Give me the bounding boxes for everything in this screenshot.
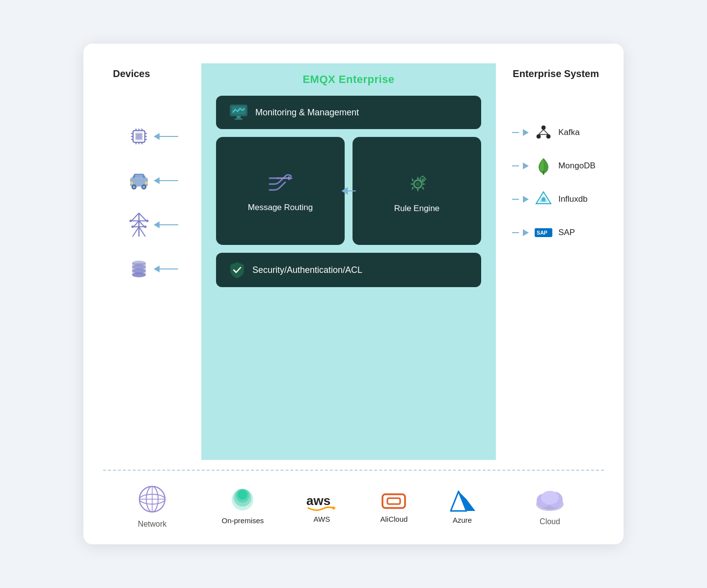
- svg-point-42: [132, 272, 146, 277]
- enterprise-items-list: Kafka MongoDB: [504, 124, 596, 241]
- deploy-aws: aws AWS: [304, 490, 339, 523]
- middle-arrow: [342, 187, 356, 195]
- svg-point-52: [422, 178, 424, 180]
- svg-line-24: [132, 213, 139, 221]
- chip-icon: [126, 124, 152, 149]
- rule-engine-label: Rule Engine: [394, 204, 440, 214]
- security-bar: Security/Authentication/ACL: [216, 253, 481, 287]
- car-icon: [126, 168, 152, 193]
- svg-line-31: [139, 227, 145, 237]
- aws-icon: aws: [304, 490, 339, 512]
- device-row-tower: [126, 212, 178, 238]
- emqx-middle-row: Message Routing: [216, 137, 481, 245]
- svg-point-32: [130, 220, 132, 222]
- svg-rect-22: [145, 182, 148, 184]
- device-row-car: [126, 168, 178, 193]
- svg-marker-81: [459, 491, 475, 511]
- devices-column: Devices: [103, 63, 201, 460]
- diagram-wrapper: Devices: [83, 44, 624, 544]
- monitoring-bar: Monitoring & Management: [216, 96, 481, 129]
- influxdb-icon: [535, 190, 552, 208]
- emqx-inner: Monitoring & Management: [216, 96, 481, 287]
- tower-icon: [126, 212, 152, 238]
- arrow-server: [154, 266, 178, 272]
- message-routing-label: Message Routing: [248, 203, 313, 213]
- svg-rect-59: [543, 171, 544, 175]
- svg-rect-77: [382, 494, 405, 508]
- bottom-network: Network: [103, 484, 201, 529]
- svg-line-28: [139, 221, 144, 227]
- alicloud-icon: [380, 490, 408, 512]
- svg-rect-45: [237, 116, 241, 118]
- routing-icon: [268, 174, 293, 194]
- cloud-label: Cloud: [540, 517, 560, 526]
- svg-rect-20: [135, 175, 143, 179]
- azure-label: Azure: [453, 516, 472, 524]
- bottom-cloud: Cloud: [496, 487, 604, 526]
- server-icon: [126, 256, 152, 282]
- svg-line-57: [544, 130, 548, 134]
- enterprise-column: Enterprise System: [496, 63, 604, 460]
- svg-point-55: [546, 134, 550, 138]
- mongodb-label: MongoDB: [558, 161, 596, 171]
- svg-point-17: [133, 186, 136, 188]
- arrow-tower: [154, 221, 178, 228]
- security-label: Security/Authentication/ACL: [252, 265, 362, 275]
- svg-point-74: [238, 490, 247, 500]
- sap-label: SAP: [558, 228, 575, 238]
- kafka-label: Kafka: [558, 128, 579, 137]
- enterprise-item-mongodb: MongoDB: [512, 157, 596, 175]
- network-icon: [137, 484, 167, 514]
- svg-rect-2: [136, 134, 142, 139]
- cloud-icon: [533, 487, 567, 511]
- svg-point-19: [142, 186, 145, 188]
- main-area: Devices: [103, 63, 604, 460]
- device-row-server: [126, 256, 178, 282]
- alicloud-label: AliCloud: [381, 515, 408, 523]
- bottom-row: Network On-premises: [103, 470, 604, 544]
- message-routing-box: Message Routing: [216, 137, 345, 245]
- rule-engine-icon: [405, 173, 429, 195]
- svg-text:aws: aws: [306, 493, 330, 508]
- device-icons-list: [126, 124, 178, 282]
- svg-point-34: [132, 226, 134, 228]
- svg-point-53: [542, 126, 545, 130]
- svg-text:SAP: SAP: [537, 230, 547, 236]
- aws-label: AWS: [314, 515, 330, 523]
- mongodb-icon: [535, 157, 552, 175]
- svg-rect-46: [235, 118, 243, 120]
- device-row-chip: [126, 124, 178, 149]
- svg-point-33: [146, 220, 149, 222]
- svg-line-27: [134, 221, 139, 227]
- rule-engine-box: Rule Engine: [353, 137, 481, 245]
- enterprise-item-kafka: Kafka: [512, 124, 579, 141]
- bottom-center-deployments: On-premises aws AWS: [201, 489, 496, 525]
- enterprise-item-influxdb: Influxdb: [512, 190, 588, 208]
- svg-line-56: [539, 130, 544, 134]
- deploy-alicloud: AliCloud: [380, 490, 408, 523]
- deploy-on-premises: On-premises: [222, 489, 264, 525]
- enterprise-item-sap: SAP SAP: [512, 224, 575, 241]
- on-premises-label: On-premises: [222, 516, 264, 525]
- kafka-icon: [535, 124, 552, 141]
- svg-rect-78: [387, 498, 400, 504]
- svg-line-30: [133, 227, 139, 237]
- monitor-icon: [230, 105, 247, 120]
- svg-marker-76: [333, 506, 336, 510]
- on-premises-icon: [228, 489, 257, 513]
- deploy-azure: Azure: [449, 489, 475, 524]
- emqx-column: EMQX Enterprise Monitoring & Management: [201, 63, 496, 460]
- svg-line-25: [139, 213, 146, 221]
- svg-point-54: [537, 134, 541, 138]
- svg-point-50: [416, 182, 420, 186]
- azure-icon: [449, 489, 475, 513]
- emqx-title: EMQX Enterprise: [302, 73, 394, 86]
- svg-point-35: [144, 226, 147, 228]
- security-icon: [230, 262, 245, 278]
- arrow-chip: [154, 133, 178, 140]
- network-label: Network: [138, 520, 167, 529]
- devices-title: Devices: [103, 68, 150, 80]
- arrow-car: [154, 177, 178, 184]
- monitoring-label: Monitoring & Management: [255, 107, 359, 118]
- enterprise-title: Enterprise System: [496, 68, 604, 80]
